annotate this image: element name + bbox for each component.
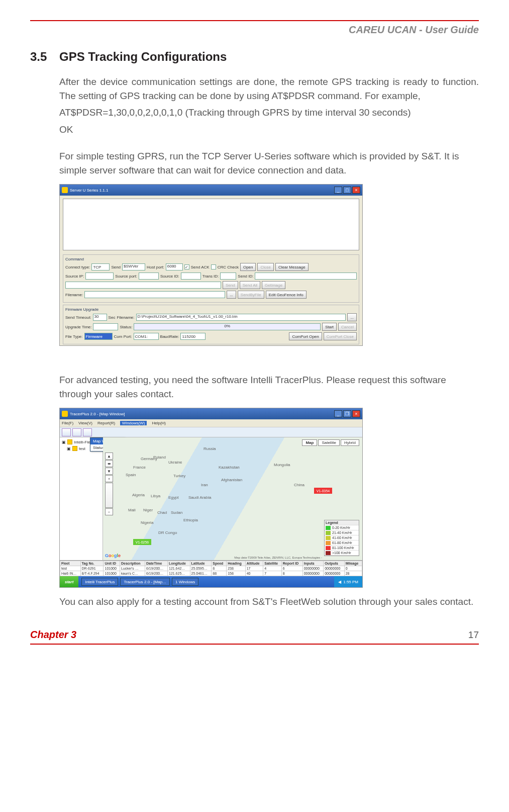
minimize-button[interactable]: _ xyxy=(334,410,342,417)
grid-header[interactable]: Inputs xyxy=(302,561,323,566)
file-type-select[interactable]: Firmware xyxy=(84,333,113,340)
map-tab-map[interactable]: Map xyxy=(302,439,317,446)
map-view[interactable]: Map Satellite Hybrid ▲ ⬌ ▼ + − Russia Ka… xyxy=(103,437,362,560)
grid-header[interactable]: Altitude xyxy=(245,561,263,566)
close-button[interactable]: × xyxy=(352,187,360,194)
taskbar-item[interactable]: Intelli TracerPlus xyxy=(81,578,118,586)
open-button[interactable]: Open xyxy=(240,263,256,271)
map-pan[interactable]: ⬌ xyxy=(105,460,113,467)
toolbar: Map Window Status xyxy=(60,427,362,437)
grid-header[interactable]: Longitude xyxy=(167,561,190,566)
map-label: DR Congo xyxy=(158,530,177,535)
table-row[interactable]: Hai6 IN…8/T-4.F.294101000kaun's C…6/19/2… xyxy=(60,571,362,576)
get-image-button[interactable]: GetImage xyxy=(262,281,285,289)
source-port-input[interactable] xyxy=(139,273,159,280)
label: Sec xyxy=(109,315,116,320)
filename-input[interactable] xyxy=(84,291,225,298)
grid-header[interactable]: Description xyxy=(120,561,145,566)
label: Filename: xyxy=(65,293,83,297)
table-row[interactable]: testDR-6291101000Lucker's …6/19/200…121.… xyxy=(60,566,362,571)
browse-firmware-button[interactable]: ... xyxy=(347,313,357,321)
connect-type-select[interactable]: TCP xyxy=(91,263,110,270)
send-button[interactable]: Send xyxy=(223,281,238,289)
taskbar-item[interactable]: 1 Windows xyxy=(172,578,198,586)
toolbar-button[interactable] xyxy=(62,428,71,436)
source-id-input[interactable] xyxy=(181,273,201,280)
send-ack-checkbox[interactable]: ✓ xyxy=(184,264,189,269)
comport-close-button[interactable]: ComPort Close xyxy=(324,332,357,340)
map-tab-satellite[interactable]: Satellite xyxy=(318,439,339,446)
close-button[interactable]: Close xyxy=(257,263,273,271)
vehicle-pin[interactable]: V1-0256 xyxy=(133,539,151,545)
trans-id-input[interactable] xyxy=(220,273,236,280)
grid-header[interactable]: Heading xyxy=(227,561,245,566)
comport-open-button[interactable]: ComPort Open xyxy=(289,332,322,340)
grid-header[interactable]: Speed xyxy=(212,561,227,566)
map-zoom-slider[interactable] xyxy=(105,483,113,508)
page-number: 17 xyxy=(468,629,479,641)
send-id-select[interactable] xyxy=(255,273,357,280)
upgrade-time-input[interactable] xyxy=(93,323,118,330)
folder-icon xyxy=(67,439,72,444)
edit-geofence-button[interactable]: Edit GeoFence Info xyxy=(266,291,307,299)
source-ip-input[interactable] xyxy=(85,273,114,280)
command-combo[interactable] xyxy=(65,282,221,289)
clear-message-button[interactable]: Clear Message xyxy=(275,263,309,271)
send-input[interactable]: $SWVer xyxy=(122,263,145,270)
crc-check-checkbox[interactable] xyxy=(211,264,216,269)
menu-file[interactable]: File(F) xyxy=(62,421,73,425)
system-tray[interactable]: ◀ 1:55 PM xyxy=(334,576,362,587)
map-zoom-controls[interactable]: ▲ ⬌ ▼ + − xyxy=(105,453,113,515)
map-pan-up[interactable]: ▲ xyxy=(105,453,113,460)
menu-view[interactable]: View(V) xyxy=(78,421,92,425)
expand-icon[interactable]: ▣ xyxy=(62,440,66,444)
toolbar-button[interactable] xyxy=(72,428,81,436)
grid-header[interactable]: Unit ID xyxy=(104,561,120,566)
map-label: Spain xyxy=(126,473,136,477)
map-tab-hybrid[interactable]: Hybrid xyxy=(341,439,359,446)
label: Upgrade Time: xyxy=(65,325,91,329)
grid-header[interactable]: Latitude xyxy=(190,561,212,566)
grid-header[interactable]: DateTime xyxy=(145,561,167,566)
expand-icon[interactable]: ▣ xyxy=(67,446,71,451)
window-titlebar[interactable]: TracerPlus 2.0 - [Map Window] _ ❐ × xyxy=(60,408,362,419)
grid-header[interactable]: Satellite xyxy=(263,561,282,566)
data-grid[interactable]: FleetTag No.Unit IDDescriptionDateTimeLo… xyxy=(60,560,362,576)
start-button[interactable]: start xyxy=(60,576,78,587)
maximize-button[interactable]: □ xyxy=(343,187,351,194)
label: Trans ID: xyxy=(202,274,219,279)
grid-cell: 8 xyxy=(281,571,302,576)
menu-help[interactable]: Help(H) xyxy=(152,421,166,425)
com-port-select[interactable]: COM1: xyxy=(134,333,159,340)
close-button[interactable]: × xyxy=(352,410,360,417)
grid-header[interactable]: Outputs xyxy=(324,561,344,566)
taskbar-item[interactable]: TracerPlus 2.0 - [Map… xyxy=(120,578,170,586)
grid-cell: 8/T-4.F.294 xyxy=(80,571,104,576)
cancel-button[interactable]: Cancel xyxy=(338,323,357,331)
start-button[interactable]: Start xyxy=(322,323,337,331)
map-zoom-in[interactable]: + xyxy=(105,475,113,482)
tray-icon[interactable]: ◀ xyxy=(338,580,341,584)
grid-cell: kaun's C… xyxy=(120,571,145,576)
map-pan-down[interactable]: ▼ xyxy=(105,468,113,475)
google-logo: Google xyxy=(105,553,121,558)
minimize-button[interactable]: _ xyxy=(334,187,342,194)
toolbar-button[interactable] xyxy=(83,428,92,436)
firmware-path-input[interactable]: D:\Project\U1\04_Software\04_4_Tool\U1_v… xyxy=(136,314,346,321)
host-port-input[interactable]: 6080 xyxy=(166,263,183,270)
send-timeout-input[interactable]: 30 xyxy=(93,314,107,321)
grid-header[interactable]: Mileage xyxy=(344,561,362,566)
map-zoom-out[interactable]: − xyxy=(105,508,113,515)
grid-header[interactable]: Tag No. xyxy=(80,561,104,566)
send-all-button[interactable]: Send All xyxy=(240,281,260,289)
menu-windows[interactable]: Windows(W) xyxy=(120,421,147,425)
grid-header[interactable]: Report ID xyxy=(281,561,302,566)
restore-button[interactable]: ❐ xyxy=(343,410,351,417)
browse-button[interactable]: ... xyxy=(227,291,236,299)
menu-report[interactable]: Report(R) xyxy=(97,421,115,425)
baudrate-select[interactable]: 115200 xyxy=(180,333,206,340)
vehicle-pin[interactable]: V1-0354 xyxy=(314,488,332,494)
send-by-file-button[interactable]: SendByFile xyxy=(238,291,264,299)
grid-header[interactable]: Fleet xyxy=(60,561,81,566)
window-titlebar[interactable]: Server U Series 1.1.1 _ □ × xyxy=(60,185,362,196)
